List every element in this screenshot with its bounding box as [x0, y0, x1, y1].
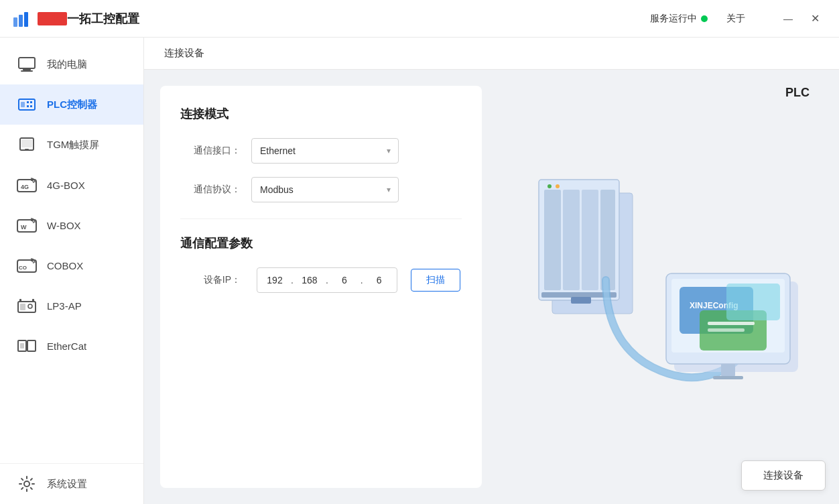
- sidebar-label-w-box: W-BOX: [47, 220, 81, 231]
- svg-rect-8: [27, 101, 29, 103]
- svg-rect-23: [19, 299, 21, 302]
- svg-rect-2: [24, 12, 28, 27]
- svg-rect-9: [27, 105, 29, 107]
- comm-protocol-select[interactable]: Modbus XinJE TCP/IP: [251, 177, 399, 202]
- svg-rect-50: [713, 376, 743, 379]
- content-body: 连接模式 通信接口： Ethernet USB Serial 通信协议：: [144, 70, 839, 504]
- sidebar-item-cobox[interactable]: CO COBOX: [0, 245, 143, 286]
- sidebar-item-ethercat[interactable]: EtherCat: [0, 326, 143, 366]
- sidebar-label-system-settings: 系统设置: [47, 478, 87, 491]
- sidebar-label-plc-controller: PLC控制器: [47, 99, 97, 111]
- app-logo-icon: [13, 12, 32, 25]
- svg-rect-5: [21, 70, 33, 72]
- sidebar-item-system-settings[interactable]: 系统设置: [0, 464, 143, 504]
- svg-rect-22: [20, 304, 25, 310]
- svg-rect-39: [571, 297, 591, 304]
- plc-illustration: XINJEConfig: [519, 166, 800, 407]
- device-ip-row: 设备IP： . . . 扫描: [180, 267, 462, 293]
- title-bar: 一拓一拓工控配置 服务运行中 关于 — ✕: [0, 0, 839, 38]
- form-panel: 连接模式 通信接口： Ethernet USB Serial 通信协议：: [160, 86, 482, 488]
- sidebar-item-w-box[interactable]: W W-BOX: [0, 205, 143, 245]
- svg-point-37: [547, 184, 552, 188]
- svg-rect-32: [544, 190, 561, 290]
- svg-rect-28: [20, 343, 24, 349]
- illustration-panel: PLC: [495, 86, 823, 488]
- close-button[interactable]: ✕: [804, 8, 826, 29]
- scan-button[interactable]: 扫描: [411, 269, 460, 292]
- title-bar-left: 一拓一拓工控配置: [13, 11, 139, 27]
- content-header: 连接设备: [144, 38, 839, 70]
- svg-text:CO: CO: [19, 265, 27, 271]
- comm-protocol-row: 通信协议： Modbus XinJE TCP/IP: [180, 177, 462, 202]
- ip-octet-1[interactable]: [260, 271, 289, 290]
- svg-rect-34: [582, 190, 598, 290]
- sidebar-label-tgm-touchscreen: TGM触摸屏: [47, 139, 99, 151]
- svg-rect-11: [30, 105, 32, 107]
- sidebar-item-lp3-ap[interactable]: LP3-AP: [0, 286, 143, 326]
- svg-text:W: W: [21, 224, 27, 231]
- about-button[interactable]: 关于: [721, 10, 751, 27]
- sidebar-label-my-computer: 我的电脑: [47, 58, 87, 71]
- svg-rect-0: [13, 17, 17, 27]
- 4g-box-icon: 4G: [16, 174, 38, 196]
- svg-rect-49: [721, 364, 735, 376]
- svg-rect-10: [30, 101, 32, 103]
- svg-point-25: [28, 304, 32, 308]
- comm-params-title: 通信配置参数: [180, 235, 462, 251]
- sidebar-label-ethercat: EtherCat: [47, 340, 86, 352]
- sidebar-item-plc-controller[interactable]: PLC控制器: [0, 84, 143, 125]
- svg-rect-13: [21, 139, 32, 147]
- sidebar: 我的电脑 PLC控制器: [0, 38, 144, 504]
- svg-rect-1: [19, 15, 23, 27]
- plc-icon: [16, 94, 38, 115]
- minimize-button[interactable]: —: [777, 8, 799, 29]
- svg-point-38: [556, 184, 560, 188]
- service-label: 服务运行中: [650, 13, 697, 25]
- title-bar-right: 服务运行中 关于 — ✕: [650, 8, 826, 29]
- content-area: 连接设备 连接模式 通信接口： Ethernet USB Serial: [144, 38, 839, 504]
- sidebar-label-cobox: COBOX: [47, 260, 83, 271]
- ip-dot-1: .: [289, 275, 295, 286]
- touchscreen-icon: [16, 134, 38, 155]
- ip-octet-3[interactable]: [330, 271, 359, 290]
- comm-protocol-label: 通信协议：: [180, 184, 241, 196]
- ip-octet-2[interactable]: [295, 271, 324, 290]
- computer-icon: [16, 54, 38, 75]
- ip-input-group: . . .: [257, 267, 397, 293]
- settings-icon: [16, 473, 38, 495]
- lp3-ap-icon: [16, 295, 38, 316]
- sidebar-item-4g-box[interactable]: 4G 4G-BOX: [0, 165, 143, 205]
- section-divider: [180, 218, 462, 219]
- ip-octet-4[interactable]: [365, 271, 394, 290]
- sidebar-spacer: [0, 366, 143, 458]
- svg-rect-4: [23, 68, 31, 70]
- svg-rect-3: [19, 58, 35, 68]
- comm-interface-select[interactable]: Ethernet USB Serial: [251, 138, 399, 164]
- svg-rect-46: [708, 322, 755, 325]
- svg-rect-27: [27, 340, 36, 351]
- comm-protocol-select-wrapper: Modbus XinJE TCP/IP: [251, 177, 399, 202]
- connect-button-area: 连接设备: [741, 460, 826, 491]
- sidebar-item-my-computer[interactable]: 我的电脑: [0, 44, 143, 84]
- sidebar-label-4g-box: 4G-BOX: [47, 180, 85, 191]
- svg-rect-7: [21, 102, 25, 107]
- comm-interface-select-wrapper: Ethernet USB Serial: [251, 138, 399, 164]
- ethercat-icon: [16, 335, 38, 357]
- sidebar-label-lp3-ap: LP3-AP: [47, 300, 82, 312]
- sidebar-item-tgm-touchscreen[interactable]: TGM触摸屏: [0, 125, 143, 165]
- svg-rect-24: [32, 299, 34, 302]
- svg-rect-47: [708, 328, 745, 332]
- plc-label: PLC: [785, 86, 810, 100]
- connect-device-button[interactable]: 连接设备: [741, 460, 826, 491]
- breadcrumb: 连接设备: [164, 47, 204, 58]
- connection-mode-title: 连接模式: [180, 106, 462, 122]
- app-title: 一拓一拓工控配置: [38, 11, 139, 27]
- service-status: 服务运行中: [650, 13, 708, 25]
- service-dot-icon: [701, 15, 708, 22]
- svg-point-29: [24, 481, 29, 487]
- ip-dot-2: .: [324, 275, 330, 286]
- w-box-icon: W: [16, 214, 38, 236]
- window-controls: — ✕: [777, 8, 826, 29]
- svg-rect-33: [563, 190, 580, 290]
- device-ip-label: 设备IP：: [180, 274, 241, 286]
